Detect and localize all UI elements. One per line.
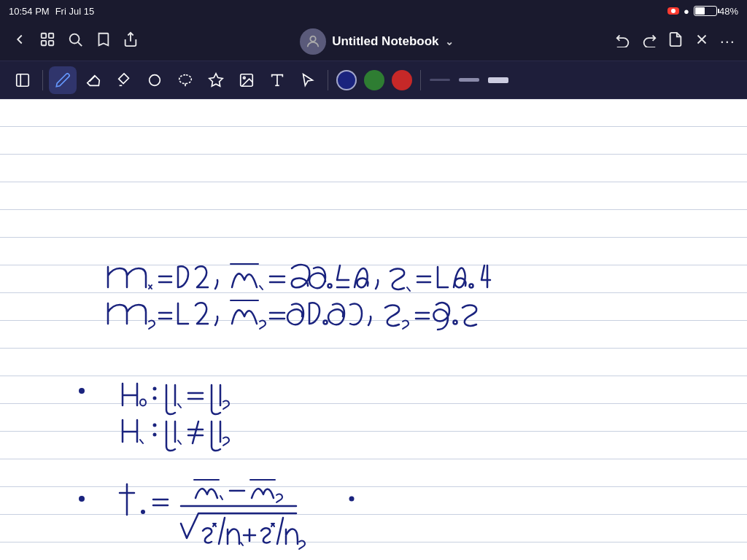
highlighter-tool-button[interactable] xyxy=(110,66,138,94)
undo-button[interactable] xyxy=(615,31,631,51)
svg-point-30 xyxy=(153,424,157,427)
svg-point-32 xyxy=(79,496,85,502)
svg-point-7 xyxy=(310,36,315,41)
nav-left xyxy=(12,31,139,51)
notebook-title: Untitled Notebook xyxy=(332,34,438,49)
title-chevron[interactable]: ⌄ xyxy=(445,36,454,47)
battery-percent: 48% xyxy=(719,6,738,17)
search-button[interactable] xyxy=(67,31,83,51)
svg-rect-0 xyxy=(42,34,46,38)
toolbar-divider-1 xyxy=(42,70,43,90)
svg-point-23 xyxy=(470,284,473,288)
nav-bar: Untitled Notebook ⌄ ··· xyxy=(0,22,747,61)
svg-point-34 xyxy=(349,497,355,502)
more-options-button[interactable]: ··· xyxy=(720,32,735,51)
pointer-tool-button[interactable] xyxy=(294,66,322,94)
svg-point-31 xyxy=(153,433,157,437)
svg-point-14 xyxy=(150,74,160,85)
status-left: 10:54 PM Fri Jul 15 xyxy=(9,6,94,17)
record-dot xyxy=(671,9,676,13)
toolbar-divider-3 xyxy=(420,70,421,90)
share-button[interactable] xyxy=(123,31,139,51)
line-thick-button[interactable] xyxy=(485,66,511,94)
pen-tool-button[interactable] xyxy=(49,66,77,94)
nav-right: ··· xyxy=(615,31,735,51)
svg-rect-2 xyxy=(42,41,46,45)
svg-line-5 xyxy=(78,42,82,46)
wifi-dot1: ● xyxy=(684,6,689,17)
color-red-button[interactable] xyxy=(392,70,412,90)
battery-box xyxy=(694,6,717,16)
avatar-button[interactable] xyxy=(300,28,326,55)
text-tool-button[interactable] xyxy=(263,66,291,94)
svg-rect-10 xyxy=(17,74,29,86)
status-right: ● 48% xyxy=(667,6,738,17)
svg-point-26 xyxy=(454,321,457,324)
image-tool-button[interactable] xyxy=(233,66,260,94)
bookmark-button[interactable] xyxy=(95,31,111,51)
page-button[interactable] xyxy=(667,31,684,51)
svg-point-18 xyxy=(243,77,245,79)
handwriting-svg: .hw { fill: none; stroke: #1a237e; strok… xyxy=(0,99,747,560)
svg-point-25 xyxy=(324,321,328,324)
svg-point-22 xyxy=(328,284,332,288)
line-medium-button[interactable] xyxy=(456,66,482,94)
svg-line-12 xyxy=(90,76,95,81)
redo-button[interactable] xyxy=(641,31,657,51)
lasso-tool-button[interactable] xyxy=(171,66,199,94)
nav-center: Untitled Notebook ⌄ xyxy=(300,28,453,55)
svg-point-4 xyxy=(70,34,80,44)
date-display: Fri Jul 15 xyxy=(55,6,94,17)
toolbar xyxy=(0,61,747,99)
svg-rect-3 xyxy=(49,41,53,45)
toolbar-divider-2 xyxy=(328,70,328,90)
color-green-button[interactable] xyxy=(364,70,384,90)
svg-marker-16 xyxy=(209,73,222,85)
svg-point-28 xyxy=(153,387,157,391)
canvas-area[interactable]: .hw { fill: none; stroke: #1a237e; strok… xyxy=(0,99,747,560)
svg-point-27 xyxy=(79,388,85,394)
shapes-tool-button[interactable] xyxy=(141,66,169,94)
close-button[interactable] xyxy=(694,31,710,51)
time-display: 10:54 PM xyxy=(9,6,50,17)
record-button[interactable] xyxy=(667,7,679,15)
sidebar-toggle-button[interactable] xyxy=(9,66,36,94)
eraser-tool-button[interactable] xyxy=(80,66,107,94)
grid-button[interactable] xyxy=(39,31,55,51)
line-thin-button[interactable] xyxy=(427,66,453,94)
battery-fill xyxy=(695,7,705,15)
svg-point-29 xyxy=(153,397,157,400)
svg-rect-1 xyxy=(49,34,53,38)
favorites-tool-button[interactable] xyxy=(202,66,230,94)
color-dark-blue-button[interactable] xyxy=(336,70,357,90)
back-button[interactable] xyxy=(12,31,28,51)
svg-point-33 xyxy=(141,510,145,514)
battery-container: 48% xyxy=(694,6,738,17)
status-bar: 10:54 PM Fri Jul 15 ● 48% xyxy=(0,0,747,22)
